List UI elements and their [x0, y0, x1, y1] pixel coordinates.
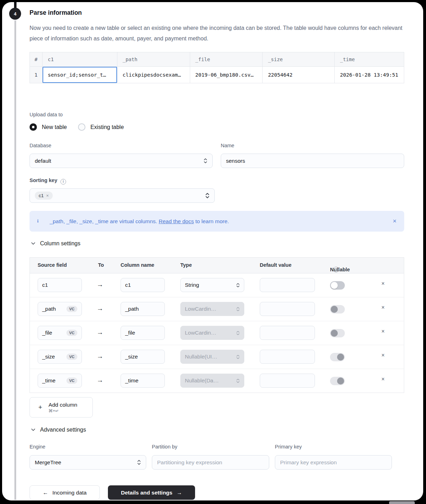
name-label: Name: [221, 143, 234, 148]
column-name-input[interactable]: _size: [121, 350, 165, 364]
name-input[interactable]: [221, 154, 404, 168]
type-value: LowCardin…: [185, 330, 236, 336]
toggle-knob: [331, 330, 338, 337]
source-field-input[interactable]: c1VC: [38, 278, 82, 292]
nullable-toggle: [330, 305, 345, 314]
preview-header-row: # c1 _path _file _size _time: [30, 52, 404, 67]
column-settings-head: Source field To Column name Type Default…: [30, 258, 404, 273]
details-and-settings-button[interactable]: Details and settings →: [108, 485, 195, 500]
banner-text: _path, _file, _size, _time are virtual c…: [50, 218, 229, 225]
background-notch: [389, 501, 415, 504]
remove-row-icon[interactable]: ×: [381, 376, 385, 382]
chevron-updown-icon: [236, 331, 240, 335]
source-field-value: _size: [42, 354, 55, 360]
default-value-input[interactable]: [260, 350, 315, 364]
chevron-updown-icon: [204, 158, 207, 163]
new-table-label[interactable]: New table: [42, 124, 67, 130]
path-cell[interactable]: clickpipesdocsexam…: [117, 67, 190, 83]
sorting-key-select[interactable]: c1 ×: [30, 188, 215, 203]
arrow-right-icon: →: [97, 329, 103, 336]
existing-table-radio[interactable]: [78, 123, 85, 131]
remove-row-icon[interactable]: ×: [381, 304, 385, 311]
column-name-input[interactable]: _path: [121, 302, 165, 316]
advanced-settings-header[interactable]: Advanced settings: [31, 427, 86, 433]
chevron-updown-icon: [236, 283, 240, 287]
database-select[interactable]: default: [30, 154, 213, 168]
chevron-updown-icon: [236, 379, 240, 383]
info-icon[interactable]: i: [333, 267, 339, 272]
sorting-key-tag-value: c1: [39, 193, 44, 198]
remove-row-icon[interactable]: ×: [381, 328, 385, 335]
to-header: To: [98, 262, 104, 268]
add-column-button[interactable]: + Add column ⌘+↵: [30, 397, 93, 418]
source-field-input[interactable]: _sizeVC: [38, 350, 82, 364]
toggle-knob: [337, 354, 344, 361]
toggle-knob: [331, 306, 338, 313]
remove-row-icon[interactable]: ×: [381, 280, 385, 287]
existing-table-label[interactable]: Existing table: [90, 124, 124, 130]
nullable-toggle: [330, 329, 345, 337]
arrow-right-icon: →: [97, 305, 103, 312]
chevron-updown-icon: [236, 355, 240, 359]
file-cell[interactable]: 2019-06_bmp180.csv…: [190, 67, 263, 83]
size-cell[interactable]: 22054642: [263, 67, 335, 83]
sorting-key-tag[interactable]: c1 ×: [35, 192, 53, 200]
source-field-input[interactable]: _pathVC: [38, 302, 82, 316]
source-field-value: _file: [42, 330, 52, 336]
primary-key-input[interactable]: [275, 455, 392, 470]
add-column-label: Add column: [49, 402, 77, 408]
primary-key-label: Primary key: [275, 444, 302, 450]
type-select: Nullable(UI…: [180, 350, 244, 364]
add-column-shortcut: ⌘+↵: [49, 408, 77, 413]
arrow-right-icon: →: [97, 281, 103, 289]
column-row-c1: c1VC → c1 String ×: [30, 273, 404, 297]
vc-badge: VC: [66, 354, 77, 360]
default-value-input[interactable]: [260, 326, 315, 340]
column-settings-table: Source field To Column name Type Default…: [30, 257, 404, 393]
type-select[interactable]: String: [180, 278, 244, 292]
preview-data-row: 1 sensor_id;sensor_t… clickpipesdocsexam…: [30, 67, 404, 83]
column-name-input[interactable]: _file: [121, 326, 165, 340]
type-header: Type: [180, 262, 192, 268]
info-icon[interactable]: i: [60, 179, 66, 185]
chevron-down-icon: [31, 427, 36, 432]
source-field-input[interactable]: _timeVC: [38, 374, 82, 388]
default-value-input[interactable]: [260, 374, 315, 388]
advanced-settings-title: Advanced settings: [40, 427, 86, 433]
column-row-path: _pathVC → _path LowCardin… ×: [30, 297, 404, 321]
type-select: LowCardin…: [180, 326, 244, 340]
arrow-right-icon: →: [97, 376, 103, 384]
partition-by-input[interactable]: [152, 455, 269, 470]
upload-data-to-label: Upload data to: [30, 112, 63, 117]
page-description: Now you need to create a new table or se…: [30, 23, 406, 44]
type-value: String: [185, 282, 236, 288]
read-the-docs-link[interactable]: Read the docs: [159, 218, 194, 224]
default-value-header: Default value: [260, 262, 291, 268]
banner-close-icon[interactable]: ×: [393, 218, 396, 225]
engine-select[interactable]: MergeTree: [30, 455, 146, 470]
source-field-input[interactable]: _fileVC: [38, 326, 82, 340]
column-name-input[interactable]: c1: [121, 278, 165, 292]
type-value: Nullable(UI…: [185, 354, 236, 360]
source-field-value: _time: [42, 377, 56, 384]
new-table-radio[interactable]: [30, 123, 37, 131]
default-value-input[interactable]: [260, 302, 315, 316]
tag-remove-icon[interactable]: ×: [46, 193, 49, 198]
banner-text-main: _path, _file, _size, _time are virtual c…: [50, 218, 159, 224]
nullable-toggle[interactable]: [330, 281, 345, 290]
default-value-input[interactable]: [260, 278, 315, 292]
column-row-size: _sizeVC → _size Nullable(UI… ×: [30, 345, 404, 369]
column-name-input[interactable]: _time: [121, 374, 165, 388]
incoming-data-button[interactable]: ← Incoming data: [30, 485, 100, 500]
time-cell[interactable]: 2026-01-28 13:49:51: [335, 67, 404, 83]
chevron-updown-icon: [205, 193, 209, 199]
remove-row-icon[interactable]: ×: [381, 352, 385, 358]
preview-header-time: _time: [335, 52, 404, 67]
preview-header-file: _file: [190, 52, 263, 67]
column-settings-header[interactable]: Column settings: [31, 240, 80, 247]
c1-cell-selected[interactable]: sensor_id;sensor_t…: [43, 67, 117, 83]
source-field-value: _path: [42, 306, 56, 312]
type-value: LowCardin…: [185, 306, 236, 312]
arrow-right-icon: →: [176, 490, 182, 496]
column-name-value: c1: [125, 282, 131, 288]
